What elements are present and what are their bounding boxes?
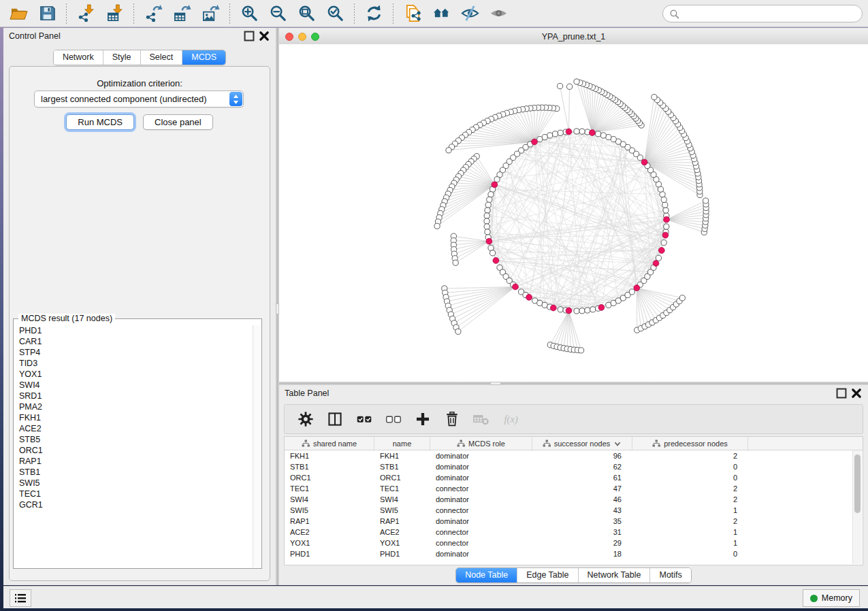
svg-text:f(x): f(x) [504,414,518,425]
delete-row-icon [444,411,460,427]
mcds-result-item[interactable]: FKH1 [19,412,253,423]
table-row[interactable]: STB1STB1dominator620 [285,461,863,472]
table-scrollbar[interactable] [852,450,862,564]
table-row[interactable]: YOX1YOX1connector291 [285,538,863,548]
table-settings-button[interactable] [294,408,317,431]
mcds-result-item[interactable]: ACE2 [19,423,253,434]
deselect-all-button[interactable] [382,408,405,431]
cell-MCDS-role: connector [430,484,532,493]
mcds-result-item[interactable]: ORC1 [19,445,253,456]
float-panel-icon[interactable] [243,31,255,41]
zoom-in-button[interactable] [235,2,263,25]
table-row[interactable]: ACE2ACE2connector311 [285,527,863,538]
export-table-icon [173,4,191,22]
cell-predecessor-nodes: 2 [632,517,748,525]
close-panel-icon[interactable] [258,31,270,41]
mcds-result-item[interactable]: TID3 [19,358,253,369]
cell-predecessor-nodes: 2 [632,484,748,493]
search-input[interactable] [683,6,862,21]
clone-network-button[interactable] [398,2,427,25]
optimization-select[interactable]: largest connected component (undirected) [34,90,244,108]
scrollbar-thumb[interactable] [854,455,861,513]
tree-icon [457,440,465,448]
tab-edge-table[interactable]: Edge Table [517,568,578,582]
mcds-result-item[interactable]: PHD1 [19,325,253,336]
zoom-out-button[interactable] [263,2,292,25]
cell-shared-name: ORC1 [285,474,374,482]
mcds-result-item[interactable]: STP4 [19,347,253,358]
mcds-result-item[interactable]: PMA2 [19,401,253,412]
table-row[interactable]: FKH1FKH1dominator962 [285,450,863,461]
run-mcds-button[interactable]: Run MCDS [66,114,134,130]
mcds-result-item[interactable]: GCR1 [19,499,253,510]
network-graph[interactable] [279,44,868,382]
status-bar: Memory [3,586,868,608]
tab-motifs[interactable]: Motifs [650,568,690,582]
import-table-button[interactable] [100,2,129,25]
zoom-fit-button[interactable] [292,2,321,25]
close-panel-button[interactable]: Close panel [143,114,213,130]
cell-name: ACE2 [374,528,430,536]
export-image-button[interactable] [196,2,225,25]
column-header-shared-name[interactable]: shared name [285,437,374,450]
cell-shared-name: PHD1 [285,550,374,558]
cell-name: YOX1 [374,539,430,547]
mcds-result-list[interactable]: PHD1CAR1STP4TID3YOX1SWI4SRD1PMA2FKH1ACE2… [14,325,253,567]
optimization-select-value: largest connected component (undirected) [35,94,229,104]
hide-selected-button[interactable] [455,2,484,25]
tab-style[interactable]: Style [103,50,141,65]
column-header-name[interactable]: name [374,437,430,450]
table-row[interactable]: RAP1RAP1dominator352 [285,516,863,527]
export-network-button[interactable] [139,2,167,25]
add-row-button[interactable] [411,408,434,431]
export-table-button[interactable] [167,2,196,25]
cell-predecessor-nodes: 1 [632,539,748,547]
table-row[interactable]: SWI4SWI4dominator462 [285,494,863,505]
tab-select[interactable]: Select [141,50,183,65]
tab-network[interactable]: Network [54,50,103,65]
close-panel-icon[interactable] [850,389,863,398]
mcds-result-item[interactable]: SRD1 [19,391,253,401]
mcds-result-item[interactable]: YOX1 [19,369,253,380]
delete-row-button[interactable] [440,408,464,431]
table-row[interactable]: ORC1ORC1dominator610 [285,472,863,483]
close-window-icon[interactable] [285,33,293,41]
mcds-list-scrollbar[interactable] [253,325,261,567]
network-window: YPA_prune.txt_1 [279,29,868,382]
apply-layout-button[interactable] [359,2,388,25]
table-row[interactable]: SWI5SWI5connector431 [285,505,863,516]
column-header-MCDS-role[interactable]: MCDS role [430,437,532,450]
import-network-button[interactable] [71,2,100,25]
mcds-result-item[interactable]: STB5 [19,434,253,445]
minimize-window-icon[interactable] [298,33,306,41]
cell-name: FKH1 [374,452,430,460]
tab-node-table[interactable]: Node Table [456,568,517,582]
memory-button[interactable]: Memory [803,589,860,607]
mcds-result-item[interactable]: TEC1 [19,489,253,499]
show-columns-button[interactable] [323,408,347,431]
float-panel-icon[interactable] [835,389,848,398]
control-panel-title: Control Panel [9,31,240,41]
table-row[interactable]: PHD1PHD1dominator180 [285,548,863,559]
select-all-button[interactable] [353,408,376,431]
tab-network-table[interactable]: Network Table [579,568,651,582]
open-session-button[interactable] [4,2,33,25]
save-session-button[interactable] [33,2,61,25]
search-field[interactable] [662,5,863,22]
task-history-button[interactable] [10,589,31,607]
mcds-result-item[interactable]: SWI5 [19,478,253,489]
mcds-result-item[interactable]: STB1 [19,467,253,478]
mcds-result-item[interactable]: CAR1 [19,336,253,347]
first-neighbors-button[interactable] [427,2,455,25]
table-body: FKH1FKH1dominator962STB1STB1dominator620… [285,450,863,559]
column-header-predecessor-nodes[interactable]: predecessor nodes [632,437,748,450]
tab-mcds[interactable]: MCDS [182,50,225,65]
table-row[interactable]: TEC1TEC1connector472 [285,483,863,494]
cell-name: ORC1 [374,474,430,482]
zoom-selected-button[interactable] [321,2,349,25]
maximize-window-icon[interactable] [311,33,319,41]
mcds-result-item[interactable]: RAP1 [19,456,253,467]
column-header-successor-nodes[interactable]: successor nodes [532,437,632,450]
network-canvas[interactable] [279,44,868,382]
mcds-result-item[interactable]: SWI4 [19,380,253,391]
